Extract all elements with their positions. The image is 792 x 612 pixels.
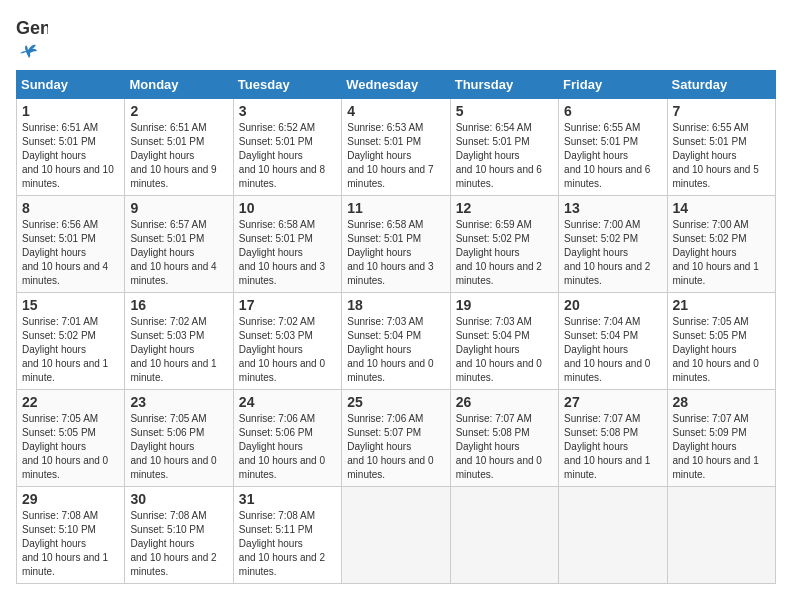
day-number: 24 bbox=[239, 394, 336, 410]
day-info: Sunrise: 7:02 AM Sunset: 5:03 PM Dayligh… bbox=[239, 315, 336, 385]
day-info: Sunrise: 7:06 AM Sunset: 5:06 PM Dayligh… bbox=[239, 412, 336, 482]
day-number: 27 bbox=[564, 394, 661, 410]
day-number: 14 bbox=[673, 200, 770, 216]
day-info: Sunrise: 6:58 AM Sunset: 5:01 PM Dayligh… bbox=[239, 218, 336, 288]
calendar-day-cell: 19 Sunrise: 7:03 AM Sunset: 5:04 PM Dayl… bbox=[450, 293, 558, 390]
calendar-day-cell: 16 Sunrise: 7:02 AM Sunset: 5:03 PM Dayl… bbox=[125, 293, 233, 390]
day-number: 4 bbox=[347, 103, 444, 119]
day-info: Sunrise: 7:07 AM Sunset: 5:08 PM Dayligh… bbox=[456, 412, 553, 482]
day-info: Sunrise: 7:03 AM Sunset: 5:04 PM Dayligh… bbox=[347, 315, 444, 385]
calendar-day-cell: 17 Sunrise: 7:02 AM Sunset: 5:03 PM Dayl… bbox=[233, 293, 341, 390]
day-number: 30 bbox=[130, 491, 227, 507]
calendar-header: SundayMondayTuesdayWednesdayThursdayFrid… bbox=[17, 71, 776, 99]
calendar-day-cell: 20 Sunrise: 7:04 AM Sunset: 5:04 PM Dayl… bbox=[559, 293, 667, 390]
calendar-day-cell: 11 Sunrise: 6:58 AM Sunset: 5:01 PM Dayl… bbox=[342, 196, 450, 293]
day-info: Sunrise: 6:52 AM Sunset: 5:01 PM Dayligh… bbox=[239, 121, 336, 191]
day-number: 6 bbox=[564, 103, 661, 119]
day-number: 16 bbox=[130, 297, 227, 313]
calendar-day-cell: 5 Sunrise: 6:54 AM Sunset: 5:01 PM Dayli… bbox=[450, 99, 558, 196]
calendar-week-row: 22 Sunrise: 7:05 AM Sunset: 5:05 PM Dayl… bbox=[17, 390, 776, 487]
weekday-header: Wednesday bbox=[342, 71, 450, 99]
weekday-header: Thursday bbox=[450, 71, 558, 99]
day-number: 22 bbox=[22, 394, 119, 410]
day-info: Sunrise: 7:08 AM Sunset: 5:11 PM Dayligh… bbox=[239, 509, 336, 579]
calendar-day-cell bbox=[559, 487, 667, 584]
calendar-week-row: 29 Sunrise: 7:08 AM Sunset: 5:10 PM Dayl… bbox=[17, 487, 776, 584]
day-info: Sunrise: 6:55 AM Sunset: 5:01 PM Dayligh… bbox=[564, 121, 661, 191]
day-number: 31 bbox=[239, 491, 336, 507]
day-info: Sunrise: 7:00 AM Sunset: 5:02 PM Dayligh… bbox=[564, 218, 661, 288]
calendar-day-cell bbox=[667, 487, 775, 584]
day-info: Sunrise: 6:53 AM Sunset: 5:01 PM Dayligh… bbox=[347, 121, 444, 191]
calendar-table: SundayMondayTuesdayWednesdayThursdayFrid… bbox=[16, 70, 776, 584]
day-info: Sunrise: 6:51 AM Sunset: 5:01 PM Dayligh… bbox=[130, 121, 227, 191]
day-number: 3 bbox=[239, 103, 336, 119]
calendar-day-cell: 28 Sunrise: 7:07 AM Sunset: 5:09 PM Dayl… bbox=[667, 390, 775, 487]
day-info: Sunrise: 6:51 AM Sunset: 5:01 PM Dayligh… bbox=[22, 121, 119, 191]
day-number: 11 bbox=[347, 200, 444, 216]
logo-icon: General bbox=[16, 16, 48, 42]
day-info: Sunrise: 7:08 AM Sunset: 5:10 PM Dayligh… bbox=[22, 509, 119, 579]
day-info: Sunrise: 7:03 AM Sunset: 5:04 PM Dayligh… bbox=[456, 315, 553, 385]
day-info: Sunrise: 7:05 AM Sunset: 5:05 PM Dayligh… bbox=[22, 412, 119, 482]
calendar-day-cell: 26 Sunrise: 7:07 AM Sunset: 5:08 PM Dayl… bbox=[450, 390, 558, 487]
day-number: 2 bbox=[130, 103, 227, 119]
day-number: 12 bbox=[456, 200, 553, 216]
day-info: Sunrise: 6:55 AM Sunset: 5:01 PM Dayligh… bbox=[673, 121, 770, 191]
day-info: Sunrise: 6:57 AM Sunset: 5:01 PM Dayligh… bbox=[130, 218, 227, 288]
day-number: 25 bbox=[347, 394, 444, 410]
calendar-week-row: 8 Sunrise: 6:56 AM Sunset: 5:01 PM Dayli… bbox=[17, 196, 776, 293]
calendar-day-cell: 14 Sunrise: 7:00 AM Sunset: 5:02 PM Dayl… bbox=[667, 196, 775, 293]
day-number: 19 bbox=[456, 297, 553, 313]
weekday-header: Monday bbox=[125, 71, 233, 99]
day-number: 20 bbox=[564, 297, 661, 313]
day-info: Sunrise: 7:00 AM Sunset: 5:02 PM Dayligh… bbox=[673, 218, 770, 288]
day-info: Sunrise: 6:54 AM Sunset: 5:01 PM Dayligh… bbox=[456, 121, 553, 191]
calendar-day-cell: 9 Sunrise: 6:57 AM Sunset: 5:01 PM Dayli… bbox=[125, 196, 233, 293]
day-info: Sunrise: 7:01 AM Sunset: 5:02 PM Dayligh… bbox=[22, 315, 119, 385]
day-number: 7 bbox=[673, 103, 770, 119]
day-info: Sunrise: 7:07 AM Sunset: 5:08 PM Dayligh… bbox=[564, 412, 661, 482]
day-number: 23 bbox=[130, 394, 227, 410]
weekday-header: Tuesday bbox=[233, 71, 341, 99]
calendar-day-cell: 18 Sunrise: 7:03 AM Sunset: 5:04 PM Dayl… bbox=[342, 293, 450, 390]
calendar-day-cell: 6 Sunrise: 6:55 AM Sunset: 5:01 PM Dayli… bbox=[559, 99, 667, 196]
calendar-day-cell: 10 Sunrise: 6:58 AM Sunset: 5:01 PM Dayl… bbox=[233, 196, 341, 293]
calendar-day-cell: 24 Sunrise: 7:06 AM Sunset: 5:06 PM Dayl… bbox=[233, 390, 341, 487]
weekday-header: Saturday bbox=[667, 71, 775, 99]
calendar-day-cell: 15 Sunrise: 7:01 AM Sunset: 5:02 PM Dayl… bbox=[17, 293, 125, 390]
calendar-week-row: 15 Sunrise: 7:01 AM Sunset: 5:02 PM Dayl… bbox=[17, 293, 776, 390]
day-info: Sunrise: 7:06 AM Sunset: 5:07 PM Dayligh… bbox=[347, 412, 444, 482]
calendar-day-cell: 25 Sunrise: 7:06 AM Sunset: 5:07 PM Dayl… bbox=[342, 390, 450, 487]
calendar-day-cell bbox=[342, 487, 450, 584]
day-number: 29 bbox=[22, 491, 119, 507]
day-number: 17 bbox=[239, 297, 336, 313]
calendar-day-cell: 7 Sunrise: 6:55 AM Sunset: 5:01 PM Dayli… bbox=[667, 99, 775, 196]
day-number: 9 bbox=[130, 200, 227, 216]
day-info: Sunrise: 7:08 AM Sunset: 5:10 PM Dayligh… bbox=[130, 509, 227, 579]
svg-text:General: General bbox=[16, 18, 48, 38]
day-info: Sunrise: 6:56 AM Sunset: 5:01 PM Dayligh… bbox=[22, 218, 119, 288]
day-number: 15 bbox=[22, 297, 119, 313]
day-info: Sunrise: 7:04 AM Sunset: 5:04 PM Dayligh… bbox=[564, 315, 661, 385]
calendar-day-cell: 4 Sunrise: 6:53 AM Sunset: 5:01 PM Dayli… bbox=[342, 99, 450, 196]
day-number: 26 bbox=[456, 394, 553, 410]
day-number: 1 bbox=[22, 103, 119, 119]
logo-bird-icon bbox=[18, 40, 38, 60]
calendar-week-row: 1 Sunrise: 6:51 AM Sunset: 5:01 PM Dayli… bbox=[17, 99, 776, 196]
calendar-day-cell: 2 Sunrise: 6:51 AM Sunset: 5:01 PM Dayli… bbox=[125, 99, 233, 196]
day-info: Sunrise: 7:07 AM Sunset: 5:09 PM Dayligh… bbox=[673, 412, 770, 482]
logo: General bbox=[16, 16, 48, 60]
day-number: 8 bbox=[22, 200, 119, 216]
calendar-day-cell: 12 Sunrise: 6:59 AM Sunset: 5:02 PM Dayl… bbox=[450, 196, 558, 293]
day-number: 13 bbox=[564, 200, 661, 216]
calendar-day-cell: 3 Sunrise: 6:52 AM Sunset: 5:01 PM Dayli… bbox=[233, 99, 341, 196]
calendar-day-cell: 21 Sunrise: 7:05 AM Sunset: 5:05 PM Dayl… bbox=[667, 293, 775, 390]
day-number: 18 bbox=[347, 297, 444, 313]
weekday-header: Sunday bbox=[17, 71, 125, 99]
day-info: Sunrise: 6:58 AM Sunset: 5:01 PM Dayligh… bbox=[347, 218, 444, 288]
calendar-day-cell: 30 Sunrise: 7:08 AM Sunset: 5:10 PM Dayl… bbox=[125, 487, 233, 584]
day-number: 5 bbox=[456, 103, 553, 119]
day-info: Sunrise: 7:05 AM Sunset: 5:05 PM Dayligh… bbox=[673, 315, 770, 385]
calendar-day-cell: 13 Sunrise: 7:00 AM Sunset: 5:02 PM Dayl… bbox=[559, 196, 667, 293]
